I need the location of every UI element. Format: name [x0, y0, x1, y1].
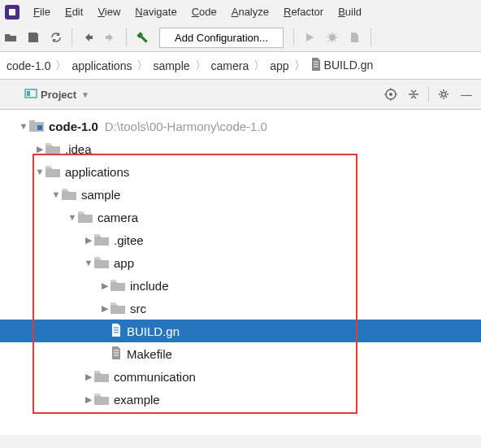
separator — [293, 28, 294, 46]
separator — [72, 28, 72, 46]
chevron-down-icon[interactable]: ▼ — [50, 189, 62, 199]
forward-icon[interactable] — [100, 27, 121, 48]
menu-refactor[interactable]: Refactor — [276, 3, 331, 20]
tree-row[interactable]: ▶.gitee — [0, 228, 481, 251]
build-icon[interactable] — [132, 27, 153, 48]
file-icon — [310, 58, 322, 73]
folder-icon — [78, 211, 93, 223]
chevron-right-icon: 〉 — [135, 59, 150, 73]
debug-icon[interactable] — [322, 27, 343, 48]
folder-icon — [94, 394, 109, 405]
toolbar: Add Configuration... — [0, 24, 481, 52]
menu-edit[interactable]: Edit — [58, 3, 90, 20]
crumb[interactable]: camera — [208, 57, 253, 75]
tree-label: example — [114, 393, 160, 407]
tree-label: include — [130, 279, 169, 293]
tree-label: code-1.0 — [49, 120, 98, 133]
tree-label: BUILD.gn — [127, 324, 180, 338]
crumb[interactable]: applications — [68, 57, 135, 75]
crumb-file[interactable]: BUILD.gn — [307, 55, 377, 76]
folder-icon — [46, 166, 60, 177]
svg-rect-8 — [37, 125, 42, 130]
save-icon[interactable] — [23, 27, 44, 48]
tree-row[interactable]: ▶.idea — [0, 137, 481, 160]
target-icon[interactable] — [379, 83, 402, 106]
open-icon[interactable] — [0, 27, 21, 48]
tree-label: app — [114, 256, 134, 270]
chevron-right-icon[interactable]: ▶ — [99, 281, 110, 291]
sync-icon[interactable] — [46, 27, 67, 48]
chevron-down-icon[interactable]: ▼ — [34, 167, 46, 176]
collapse-icon[interactable] — [402, 83, 425, 106]
file-icon — [110, 324, 122, 339]
chevron-right-icon[interactable]: ▶ — [83, 235, 94, 246]
chevron-down-icon[interactable]: ▼ — [81, 90, 89, 99]
chevron-right-icon[interactable]: ▶ — [83, 394, 94, 405]
tree-row[interactable]: ▼app — [0, 251, 481, 274]
tree-row[interactable]: ▶src — [0, 297, 481, 320]
tree-row[interactable]: ▶include — [0, 274, 481, 297]
folder-icon — [94, 257, 109, 268]
tree-root[interactable]: ▼ code-1.0 D:\tools\00-Harmony\code-1.0 — [0, 115, 481, 137]
chevron-right-icon: 〉 — [292, 59, 307, 73]
breadcrumb: code-1.0 〉 applications 〉 sample 〉 camer… — [0, 52, 481, 80]
folder-icon — [46, 143, 60, 154]
menu-file[interactable]: File — [26, 3, 58, 20]
svg-rect-2 — [27, 91, 30, 96]
tree-row[interactable]: Makefile — [0, 342, 481, 365]
gear-icon[interactable] — [432, 83, 455, 106]
separator — [370, 28, 371, 46]
tree-row[interactable]: ▼sample — [0, 183, 481, 206]
add-configuration-button[interactable]: Add Configuration... — [159, 28, 284, 48]
tree-row[interactable]: BUILD.gn — [0, 320, 481, 342]
folder-icon — [94, 371, 109, 382]
svg-point-4 — [389, 93, 392, 96]
tree-row[interactable]: ▶communication — [0, 365, 481, 388]
chevron-right-icon: 〉 — [193, 59, 208, 73]
tree-label: communication — [114, 370, 196, 384]
menu-navigate[interactable]: Navigate — [128, 3, 184, 20]
chevron-down-icon[interactable]: ▼ — [18, 121, 29, 131]
run-icon[interactable] — [299, 27, 320, 48]
project-icon — [24, 87, 37, 102]
svg-point-5 — [442, 93, 446, 97]
crumb[interactable]: code-1.0 — [3, 57, 54, 75]
tree-label: sample — [81, 188, 120, 202]
tree-label: camera — [98, 211, 138, 224]
separator — [428, 86, 429, 102]
file-icon — [110, 346, 122, 362]
tree-label: .idea — [65, 142, 92, 156]
menu-analyze[interactable]: Analyze — [224, 3, 276, 20]
menu-build[interactable]: Build — [331, 3, 369, 20]
menu-view[interactable]: View — [90, 3, 128, 20]
svg-rect-7 — [29, 120, 35, 123]
chevron-right-icon[interactable]: ▶ — [34, 144, 46, 154]
tree-label: Makefile — [127, 347, 172, 361]
tree-path: D:\tools\00-Harmony\code-1.0 — [105, 120, 267, 133]
svg-point-0 — [329, 34, 336, 41]
chevron-right-icon[interactable]: ▶ — [83, 372, 94, 382]
app-logo — [5, 5, 20, 20]
folder-icon — [94, 234, 109, 246]
tree-label: src — [130, 302, 146, 315]
crumb[interactable]: sample — [150, 57, 193, 75]
menu-code[interactable]: Code — [184, 3, 224, 20]
back-icon[interactable] — [77, 27, 98, 48]
crumb[interactable]: app — [266, 57, 292, 75]
tree-label: applications — [65, 165, 129, 179]
chevron-down-icon[interactable]: ▼ — [83, 258, 94, 267]
tree-row[interactable]: ▼applications — [0, 160, 481, 183]
tree-row[interactable]: ▶example — [0, 388, 481, 411]
tree-row[interactable]: ▼camera — [0, 206, 481, 228]
hide-icon[interactable]: — — [455, 83, 478, 106]
panel-title[interactable]: Project — [41, 89, 76, 101]
project-tree: ▼ code-1.0 D:\tools\00-Harmony\code-1.0 … — [0, 110, 481, 435]
chevron-right-icon: 〉 — [54, 59, 68, 73]
chevron-right-icon: 〉 — [252, 59, 266, 73]
menu-bar: File Edit View Navigate Code Analyze Ref… — [0, 0, 481, 24]
coverage-icon[interactable] — [344, 27, 366, 48]
folder-icon — [62, 189, 76, 200]
chevron-right-icon[interactable]: ▶ — [99, 303, 110, 314]
tree-label: .gitee — [114, 233, 144, 247]
chevron-down-icon[interactable]: ▼ — [67, 212, 78, 222]
